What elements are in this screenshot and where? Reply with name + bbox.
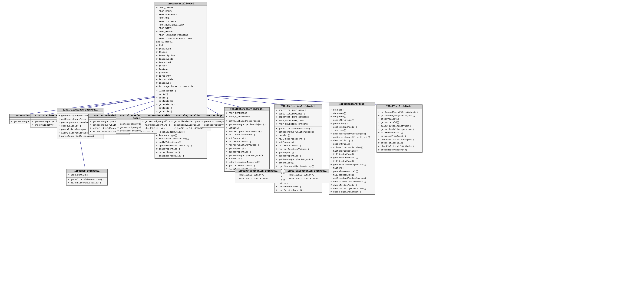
- arrows-svg: [0, 0, 644, 300]
- box-textselection-empty: [285, 181, 329, 183]
- box-text-title: IIDcITextFieldModel: [377, 105, 422, 108]
- box-standard-empty: [329, 106, 375, 108]
- box-standard: IIDcIStandardField + doRead() + doCreate…: [329, 102, 375, 195]
- box-standard-methods: + doRead() + doCreate() + doUpdate() + c…: [329, 108, 375, 194]
- box-dateselection-props: + PROP_SELECTION_TYPE + PROP_SELECTION_O…: [235, 173, 281, 181]
- box-reference-props: + PROP_REFERENCE + PROP_N_REFERENCE: [224, 111, 269, 119]
- box-textselection: IIDcITextSelectionFieldModel + PROP_SELE…: [285, 169, 329, 183]
- box-text-empty: [377, 108, 422, 110]
- box-textselection-props: + PROP_SELECTION_TYPE + PROP_SELECTION_O…: [285, 173, 329, 181]
- box-reference: IIDcIReferenceFieldModel + PROP_REFERENC…: [224, 107, 270, 172]
- box-fileupload-title: IIDcIFileuploadFieldModel: [57, 108, 103, 112]
- box-mob-methods: + getValidFieldProperties() + allowFilte…: [66, 178, 107, 185]
- svg-line-10: [195, 95, 294, 106]
- box-reference-title: IIDcIReferenceFieldModel: [224, 107, 269, 111]
- box-dateselection-title: IIDcIDateSelectionFieldModel: [235, 169, 281, 173]
- box-mob-title: IIDcIMobFieldModel: [66, 169, 107, 173]
- box-mob-props: + $mob_suffixes: [66, 173, 107, 178]
- box-standard-title: IIDcIStandardField: [329, 102, 375, 106]
- box-text-methods: + getRecordQueryFilterObject() + getReco…: [377, 110, 422, 152]
- box-base: IIDcIBaseFieldModel + PROP_LENGTH + PROP…: [154, 2, 207, 159]
- diagram-container: IIDcIBaseFieldModel + PROP_LENGTH + PROP…: [0, 0, 644, 300]
- box-fileupload-empty: [57, 112, 103, 114]
- box-reference-methods: + getValidFieldProperties() + getRecordQ…: [224, 119, 269, 171]
- box-base-props: + PROP_LENGTH + PROP_REGEX + PROP_REFERE…: [155, 6, 206, 89]
- box-selection-title: IIDcISelectionFieldModel: [274, 105, 322, 108]
- box-dateselection: IIDcIDateSelectionFieldModel + PROP_SELE…: [235, 169, 281, 183]
- box-text: IIDcITextFieldModel + getRecordQueryFilt…: [376, 104, 422, 153]
- svg-line-13: [79, 135, 85, 170]
- box-selection-props: + SELECTION_TYPE_SINGLE + SELECTION_TYPE…: [274, 108, 322, 127]
- box-textselection-title: IIDcITextSelectionFieldModel: [285, 169, 329, 173]
- box-dateselection-empty: [235, 181, 281, 183]
- svg-line-11: [200, 95, 348, 103]
- box-base-title: IIDcIBaseFieldModel: [155, 2, 206, 6]
- box-mob: IIDcIMobFieldModel + $mob_suffixes + get…: [66, 169, 108, 186]
